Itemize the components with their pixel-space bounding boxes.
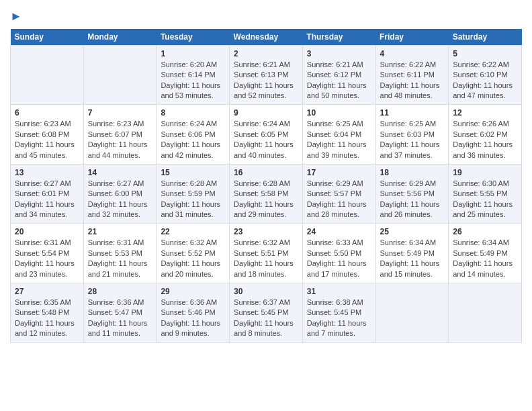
day-number: 4 (380, 49, 445, 58)
day-number: 8 (161, 108, 225, 118)
day-info: Sunrise: 6:27 AMSunset: 6:01 PMDaylight:… (15, 179, 75, 218)
day-info: Sunrise: 6:31 AMSunset: 5:53 PMDaylight:… (88, 238, 148, 277)
week-row-3: 13Sunrise: 6:27 AMSunset: 6:01 PMDayligh… (11, 164, 522, 224)
day-info: Sunrise: 6:30 AMSunset: 5:55 PMDaylight:… (453, 179, 513, 218)
day-header-monday: Monday (83, 29, 157, 46)
calendar-cell: 29Sunrise: 6:36 AMSunset: 5:46 PMDayligh… (157, 283, 230, 343)
calendar-cell: 5Sunrise: 6:22 AMSunset: 6:10 PMDaylight… (449, 45, 522, 105)
calendar-cell: 7Sunrise: 6:23 AMSunset: 6:07 PMDaylight… (83, 105, 157, 165)
day-info: Sunrise: 6:35 AMSunset: 5:48 PMDaylight:… (15, 298, 75, 337)
day-number: 7 (88, 108, 152, 118)
calendar-cell: 1Sunrise: 6:20 AMSunset: 6:14 PMDaylight… (157, 45, 230, 105)
day-header-sunday: Sunday (11, 29, 84, 46)
day-number: 26 (453, 227, 517, 236)
day-info: Sunrise: 6:22 AMSunset: 6:11 PMDaylight:… (380, 60, 440, 99)
day-info: Sunrise: 6:28 AMSunset: 5:59 PMDaylight:… (161, 179, 220, 218)
day-info: Sunrise: 6:28 AMSunset: 5:58 PMDaylight:… (234, 179, 294, 218)
day-info: Sunrise: 6:32 AMSunset: 5:51 PMDaylight:… (234, 238, 294, 277)
day-number: 3 (307, 49, 371, 58)
calendar-cell (11, 45, 84, 105)
calendar-cell: 11Sunrise: 6:25 AMSunset: 6:03 PMDayligh… (375, 105, 449, 165)
day-header-tuesday: Tuesday (157, 29, 230, 46)
day-header-thursday: Thursday (302, 29, 375, 46)
calendar-cell: 18Sunrise: 6:29 AMSunset: 5:56 PMDayligh… (375, 164, 449, 224)
day-info: Sunrise: 6:36 AMSunset: 5:47 PMDaylight:… (88, 298, 148, 337)
day-info: Sunrise: 6:34 AMSunset: 5:49 PMDaylight:… (380, 238, 440, 277)
day-number: 6 (15, 108, 79, 118)
calendar-cell (375, 283, 449, 343)
day-number: 31 (307, 287, 371, 296)
days-header-row: SundayMondayTuesdayWednesdayThursdayFrid… (11, 29, 522, 46)
day-info: Sunrise: 6:36 AMSunset: 5:46 PMDaylight:… (161, 298, 220, 337)
day-info: Sunrise: 6:27 AMSunset: 6:00 PMDaylight:… (88, 179, 148, 218)
calendar-cell: 17Sunrise: 6:29 AMSunset: 5:57 PMDayligh… (302, 164, 375, 224)
day-info: Sunrise: 6:31 AMSunset: 5:54 PMDaylight:… (15, 238, 75, 277)
calendar-cell: 22Sunrise: 6:32 AMSunset: 5:52 PMDayligh… (157, 224, 230, 283)
day-header-saturday: Saturday (449, 29, 522, 46)
week-row-5: 27Sunrise: 6:35 AMSunset: 5:48 PMDayligh… (11, 283, 522, 343)
day-number: 19 (453, 168, 517, 177)
calendar-cell: 25Sunrise: 6:34 AMSunset: 5:49 PMDayligh… (375, 224, 449, 283)
day-number: 12 (453, 108, 517, 118)
calendar-cell (449, 283, 522, 343)
day-info: Sunrise: 6:38 AMSunset: 5:45 PMDaylight:… (307, 298, 367, 337)
day-number: 11 (380, 108, 445, 118)
day-number: 27 (15, 287, 79, 296)
calendar-cell: 20Sunrise: 6:31 AMSunset: 5:54 PMDayligh… (11, 224, 84, 283)
day-number: 14 (88, 168, 152, 177)
day-info: Sunrise: 6:23 AMSunset: 6:08 PMDaylight:… (15, 120, 75, 158)
day-number: 5 (453, 49, 517, 58)
day-number: 25 (380, 227, 445, 236)
day-number: 2 (234, 49, 298, 58)
day-info: Sunrise: 6:21 AMSunset: 6:12 PMDaylight:… (307, 60, 367, 99)
calendar-cell: 10Sunrise: 6:25 AMSunset: 6:04 PMDayligh… (302, 105, 375, 165)
calendar-cell: 8Sunrise: 6:24 AMSunset: 6:06 PMDaylight… (157, 105, 230, 165)
day-header-friday: Friday (375, 29, 449, 46)
day-info: Sunrise: 6:25 AMSunset: 6:04 PMDaylight:… (307, 120, 367, 158)
day-number: 20 (15, 227, 79, 236)
day-info: Sunrise: 6:24 AMSunset: 6:05 PMDaylight:… (234, 120, 294, 158)
page-header: ► (10, 7, 522, 24)
day-number: 13 (15, 168, 79, 177)
week-row-2: 6Sunrise: 6:23 AMSunset: 6:08 PMDaylight… (11, 105, 522, 165)
calendar-cell: 15Sunrise: 6:28 AMSunset: 5:59 PMDayligh… (157, 164, 230, 224)
day-info: Sunrise: 6:29 AMSunset: 5:56 PMDaylight:… (380, 179, 440, 218)
day-info: Sunrise: 6:33 AMSunset: 5:50 PMDaylight:… (307, 238, 367, 277)
calendar-cell: 23Sunrise: 6:32 AMSunset: 5:51 PMDayligh… (230, 224, 303, 283)
calendar-cell: 30Sunrise: 6:37 AMSunset: 5:45 PMDayligh… (230, 283, 303, 343)
day-number: 18 (380, 168, 445, 177)
calendar-cell: 27Sunrise: 6:35 AMSunset: 5:48 PMDayligh… (11, 283, 84, 343)
day-number: 15 (161, 168, 225, 177)
day-number: 17 (307, 168, 371, 177)
week-row-1: 1Sunrise: 6:20 AMSunset: 6:14 PMDaylight… (11, 45, 522, 105)
day-info: Sunrise: 6:37 AMSunset: 5:45 PMDaylight:… (234, 298, 294, 337)
calendar-cell: 26Sunrise: 6:34 AMSunset: 5:49 PMDayligh… (449, 224, 522, 283)
calendar-cell: 2Sunrise: 6:21 AMSunset: 6:13 PMDaylight… (230, 45, 303, 105)
day-info: Sunrise: 6:22 AMSunset: 6:10 PMDaylight:… (453, 60, 513, 99)
day-number: 22 (161, 227, 225, 236)
week-row-4: 20Sunrise: 6:31 AMSunset: 5:54 PMDayligh… (11, 224, 522, 283)
calendar-cell: 19Sunrise: 6:30 AMSunset: 5:55 PMDayligh… (449, 164, 522, 224)
day-number: 24 (307, 227, 371, 236)
day-number: 23 (234, 227, 298, 236)
calendar-cell: 9Sunrise: 6:24 AMSunset: 6:05 PMDaylight… (230, 105, 303, 165)
day-number: 9 (234, 108, 298, 118)
day-info: Sunrise: 6:32 AMSunset: 5:52 PMDaylight:… (161, 238, 220, 277)
calendar-cell: 21Sunrise: 6:31 AMSunset: 5:53 PMDayligh… (83, 224, 157, 283)
calendar-cell: 12Sunrise: 6:26 AMSunset: 6:02 PMDayligh… (449, 105, 522, 165)
calendar-cell (83, 45, 157, 105)
day-number: 21 (88, 227, 152, 236)
logo: ► (10, 10, 22, 24)
logo-icon: ► (10, 9, 22, 23)
calendar-cell: 24Sunrise: 6:33 AMSunset: 5:50 PMDayligh… (302, 224, 375, 283)
calendar-cell: 14Sunrise: 6:27 AMSunset: 6:00 PMDayligh… (83, 164, 157, 224)
calendar-cell: 28Sunrise: 6:36 AMSunset: 5:47 PMDayligh… (83, 283, 157, 343)
day-info: Sunrise: 6:25 AMSunset: 6:03 PMDaylight:… (380, 120, 440, 158)
calendar-cell: 31Sunrise: 6:38 AMSunset: 5:45 PMDayligh… (302, 283, 375, 343)
day-info: Sunrise: 6:24 AMSunset: 6:06 PMDaylight:… (161, 120, 220, 158)
day-header-wednesday: Wednesday (230, 29, 303, 46)
day-number: 10 (307, 108, 371, 118)
calendar-cell: 16Sunrise: 6:28 AMSunset: 5:58 PMDayligh… (230, 164, 303, 224)
calendar-cell: 13Sunrise: 6:27 AMSunset: 6:01 PMDayligh… (11, 164, 84, 224)
day-number: 28 (88, 287, 152, 296)
